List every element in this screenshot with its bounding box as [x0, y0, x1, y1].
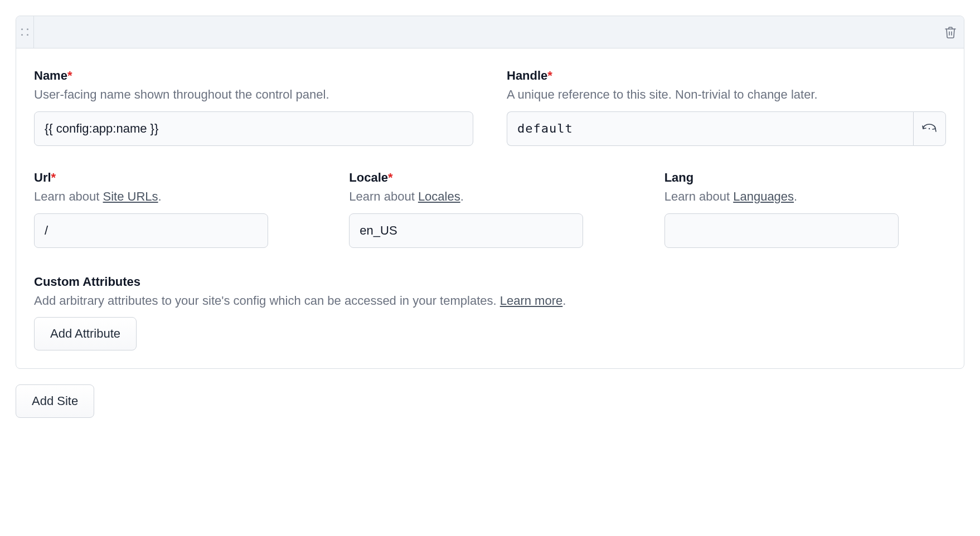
- url-help: Learn about Site URLs.: [34, 188, 316, 206]
- required-marker: *: [67, 69, 72, 82]
- name-label: Name*: [34, 69, 473, 83]
- add-attribute-button[interactable]: Add Attribute: [34, 317, 137, 350]
- field-url: Url* Learn about Site URLs.: [34, 170, 316, 248]
- lang-help-link[interactable]: Languages: [733, 189, 794, 203]
- add-site-button[interactable]: Add Site: [16, 384, 94, 418]
- url-label: Url*: [34, 170, 316, 185]
- field-handle: Handle* A unique reference to this site.…: [507, 69, 946, 146]
- refresh-icon: [922, 123, 937, 134]
- locale-label: Locale*: [349, 170, 630, 185]
- card-body: Name* User-facing name shown throughout …: [16, 48, 964, 368]
- site-card: Name* User-facing name shown throughout …: [16, 16, 964, 369]
- name-input[interactable]: [34, 111, 473, 146]
- custom-attributes-title: Custom Attributes: [34, 275, 946, 289]
- lang-label: Lang: [664, 170, 946, 185]
- required-marker: *: [547, 69, 552, 82]
- locale-help-link[interactable]: Locales: [418, 189, 460, 203]
- handle-label: Handle*: [507, 69, 946, 83]
- locale-help: Learn about Locales.: [349, 188, 630, 206]
- required-marker: *: [388, 170, 393, 184]
- handle-help: A unique reference to this site. Non-tri…: [507, 86, 946, 104]
- custom-attributes-learn-more-link[interactable]: Learn more: [500, 294, 563, 308]
- card-header: [16, 16, 964, 48]
- custom-attributes-help: Add arbitrary attributes to your site's …: [34, 293, 946, 310]
- delete-button[interactable]: [937, 16, 964, 48]
- field-locale: Locale* Learn about Locales.: [349, 170, 630, 248]
- lang-input[interactable]: [664, 213, 899, 248]
- trash-icon: [944, 26, 957, 39]
- name-help: User-facing name shown throughout the co…: [34, 86, 473, 104]
- url-help-link[interactable]: Site URLs: [103, 189, 158, 203]
- url-input[interactable]: [34, 213, 268, 248]
- required-marker: *: [51, 170, 56, 184]
- handle-input[interactable]: [507, 111, 913, 146]
- drag-icon: [21, 28, 29, 36]
- field-lang: Lang Learn about Languages.: [664, 170, 946, 248]
- locale-input[interactable]: [349, 213, 583, 248]
- drag-handle[interactable]: [16, 16, 34, 48]
- svg-point-0: [929, 128, 930, 129]
- field-name: Name* User-facing name shown throughout …: [34, 69, 473, 146]
- lang-help: Learn about Languages.: [664, 188, 946, 206]
- regenerate-handle-button[interactable]: [913, 111, 946, 146]
